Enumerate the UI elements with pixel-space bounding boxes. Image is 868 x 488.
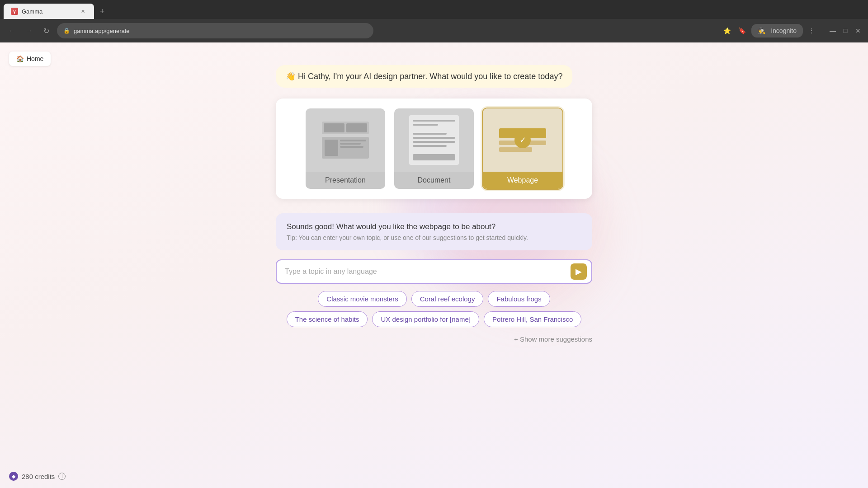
pres-line — [340, 140, 366, 141]
webpage-preview: ✓ — [483, 108, 562, 172]
credits-bar: ◆ 280 credits i — [9, 472, 66, 481]
window-controls: ― □ ✕ — [828, 26, 863, 35]
home-button[interactable]: 🏠 Home — [9, 52, 51, 66]
submit-button[interactable]: ▶ — [571, 263, 587, 280]
page-content: 🏠 Home 👋 Hi Cathy, I'm your AI design pa… — [0, 42, 868, 488]
tab-title: Gamma — [22, 8, 42, 15]
prompt-section: Sounds good! What would you like the web… — [276, 213, 592, 250]
pres-line — [340, 146, 363, 148]
tab-favicon: γ — [11, 8, 18, 15]
topic-input[interactable] — [276, 259, 592, 284]
address-bar: ← → ↻ 🔒 gamma.app/generate ⭐ 🔖 🕵 Incogni… — [0, 19, 868, 42]
suggestion-chip-2[interactable]: Fabulous frogs — [488, 291, 550, 307]
input-container: ▶ — [276, 259, 592, 284]
presentation-card[interactable]: Presentation — [305, 108, 386, 190]
suggestion-chip-5[interactable]: Potrero Hill, San Francisco — [484, 311, 581, 327]
document-mockup — [409, 115, 459, 165]
minimize-button[interactable]: ― — [828, 26, 837, 35]
presentation-preview — [306, 108, 385, 172]
suggestion-chip-4[interactable]: UX design portfolio for [name] — [372, 311, 479, 327]
profile-icon[interactable]: ⭐ — [722, 25, 733, 36]
web-block — [499, 147, 532, 152]
webpage-label: Webpage — [483, 172, 562, 189]
pres-block — [325, 140, 338, 156]
active-tab[interactable]: γ Gamma ✕ — [4, 4, 94, 19]
type-selector: Presentation — [276, 99, 592, 199]
suggestion-chip-3[interactable]: The science of habits — [287, 311, 368, 327]
prompt-tip: Tip: You can enter your own topic, or us… — [287, 234, 581, 241]
incognito-badge: 🕵 Incognito — [751, 24, 803, 38]
info-icon[interactable]: i — [58, 473, 66, 480]
suggestion-chip-0[interactable]: Classic movie monsters — [318, 291, 406, 307]
incognito-label: Incognito — [769, 25, 798, 36]
lock-icon: 🔒 — [63, 28, 70, 34]
home-label: Home — [27, 55, 43, 62]
back-button[interactable]: ← — [5, 24, 18, 37]
pres-slide-1 — [322, 122, 369, 134]
prompt-question: Sounds good! What would you like the web… — [287, 222, 581, 231]
browser-chrome: γ Gamma ✕ + ← → ↻ 🔒 gamma.app/generate ⭐… — [0, 0, 868, 42]
refresh-button[interactable]: ↻ — [40, 24, 52, 37]
credits-icon: ◆ — [9, 472, 18, 481]
greeting-message: 👋 Hi Cathy, I'm your AI design partner. … — [276, 65, 572, 88]
tab-close-button[interactable]: ✕ — [79, 7, 87, 15]
menu-icon[interactable]: ⋮ — [807, 25, 816, 36]
presentation-mockup — [318, 118, 373, 162]
incognito-icon: 🕵 — [756, 25, 767, 36]
new-tab-button[interactable]: + — [96, 5, 108, 18]
url-text: gamma.app/generate — [74, 28, 130, 34]
doc-btn — [413, 154, 455, 160]
bookmark-icon[interactable]: 🔖 — [736, 25, 748, 36]
suggestions-list: Classic movie monsters Coral reef ecolog… — [276, 291, 592, 327]
doc-line — [413, 124, 438, 126]
webpage-card[interactable]: ✓ Webpage — [482, 108, 563, 190]
document-label: Document — [394, 172, 474, 189]
url-bar[interactable]: 🔒 gamma.app/generate — [57, 23, 373, 38]
document-card[interactable]: Document — [393, 108, 475, 190]
doc-line — [413, 137, 455, 139]
doc-line — [413, 145, 447, 147]
document-preview — [394, 108, 474, 172]
pres-line — [340, 143, 361, 145]
browser-actions: ⭐ 🔖 🕵 Incognito ⋮ — [722, 24, 816, 38]
main-container: 👋 Hi Cathy, I'm your AI design partner. … — [276, 65, 592, 346]
doc-line — [413, 120, 455, 122]
close-window-button[interactable]: ✕ — [854, 26, 863, 35]
tab-bar: γ Gamma ✕ + — [0, 0, 868, 19]
maximize-button[interactable]: □ — [841, 26, 850, 35]
credits-amount: 280 credits — [22, 473, 55, 480]
doc-line — [413, 133, 447, 135]
webpage-check-icon: ✓ — [514, 132, 531, 148]
forward-button[interactable]: → — [23, 24, 35, 37]
pres-slide-2 — [322, 137, 369, 159]
pres-block — [324, 123, 344, 132]
show-more-button[interactable]: + Show more suggestions — [276, 333, 592, 346]
presentation-label: Presentation — [306, 172, 385, 189]
suggestion-chip-1[interactable]: Coral reef ecology — [411, 291, 484, 307]
pres-block — [346, 123, 367, 132]
doc-line — [413, 141, 455, 143]
home-icon: 🏠 — [16, 55, 24, 62]
